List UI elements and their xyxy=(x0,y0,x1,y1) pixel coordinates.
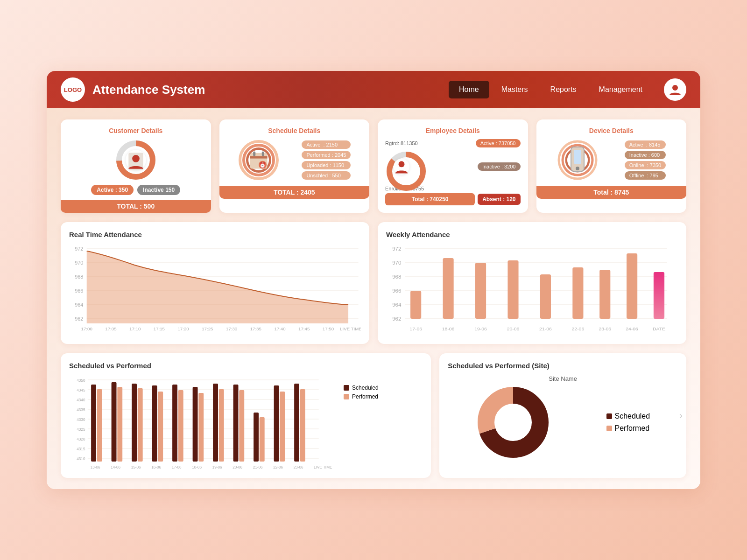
svg-text:20-06: 20-06 xyxy=(233,465,242,469)
svg-text:4320: 4320 xyxy=(77,437,85,441)
site-chart-title: Scheduled vs Performed (Site) xyxy=(448,362,678,370)
svg-point-24 xyxy=(576,167,579,170)
main-content: Customer Details xyxy=(47,108,700,489)
svg-point-134 xyxy=(495,405,531,440)
svg-text:17:00: 17:00 xyxy=(81,327,92,331)
svg-rect-64 xyxy=(507,260,518,319)
bottom-row: Scheduled vs Performed 4350 4345 4340 43… xyxy=(61,353,686,478)
customer-donut xyxy=(115,139,157,181)
schedule-stat-uploaded: Uploaded : 1150 xyxy=(302,161,351,169)
device-body: Active : 8145 Inactive : 600 Online : 73… xyxy=(544,139,679,181)
site-legend-scheduled-dot xyxy=(606,413,612,419)
svg-point-0 xyxy=(672,85,678,91)
site-donut-title: Site Name xyxy=(448,375,678,382)
svg-text:17:10: 17:10 xyxy=(129,327,141,331)
nav-home[interactable]: Home xyxy=(449,81,489,98)
customer-inactive-badge: Inactive 150 xyxy=(137,185,180,195)
schedule-total: TOTAL : 2405 xyxy=(219,186,370,199)
svg-rect-111 xyxy=(219,389,224,462)
nav-management[interactable]: Management xyxy=(589,81,653,98)
schedule-icon: ⏰ xyxy=(248,150,269,170)
svg-rect-114 xyxy=(254,413,259,462)
site-chart-card: Scheduled vs Performed (Site) Site Name xyxy=(439,353,686,478)
svg-rect-11 xyxy=(253,151,255,156)
svg-text:966: 966 xyxy=(392,288,401,294)
summary-cards: Customer Details xyxy=(61,119,686,213)
svg-rect-70 xyxy=(654,272,664,319)
employee-inactive-pill: Inactive : 3200 xyxy=(478,162,521,171)
svg-text:4325: 4325 xyxy=(77,427,85,432)
employee-card: Employee Details Rgtrd: 811350 Active : … xyxy=(378,119,528,213)
customer-total: TOTAL : 500 xyxy=(61,200,211,213)
user-avatar[interactable] xyxy=(664,78,686,101)
weekly-chart-title: Weekly Attendance xyxy=(386,231,678,238)
customer-title: Customer Details xyxy=(68,127,204,134)
svg-text:LIVE TIME: LIVE TIME xyxy=(340,327,361,331)
schedule-card: Schedule Details xyxy=(219,119,370,213)
realtime-chart-area: 972 970 968 966 964 962 xyxy=(69,244,361,339)
main-nav: Home Masters Reports Management xyxy=(449,81,653,98)
svg-rect-108 xyxy=(193,387,198,462)
schedule-stat-unschled: Unschled : 550 xyxy=(302,171,351,180)
schedule-stat-performed: Performed : 2045 xyxy=(302,151,351,159)
customer-badges: Active : 350 Inactive 150 xyxy=(68,185,204,195)
svg-text:19-06: 19-06 xyxy=(474,327,487,331)
svg-rect-110 xyxy=(213,384,218,462)
svg-text:16-06: 16-06 xyxy=(151,465,161,469)
svg-text:4340: 4340 xyxy=(77,398,85,402)
svg-text:18-06: 18-06 xyxy=(442,327,455,331)
svg-rect-119 xyxy=(300,389,305,462)
svg-text:17:50: 17:50 xyxy=(323,327,334,331)
customer-card: Customer Details xyxy=(61,119,211,213)
svg-text:18-06: 18-06 xyxy=(192,465,202,469)
svg-rect-105 xyxy=(158,392,163,462)
schedule-stats: Active : 2150 Performed : 2045 Uploaded … xyxy=(302,140,351,180)
header: LOGO Attendance System Home Masters Repo… xyxy=(47,71,700,108)
svg-text:970: 970 xyxy=(75,260,83,266)
svg-rect-61 xyxy=(410,291,421,319)
svg-rect-116 xyxy=(274,385,279,462)
schedule-title: Schedule Details xyxy=(227,127,362,134)
site-legend-performed-dot xyxy=(606,426,612,431)
svg-rect-12 xyxy=(262,151,264,156)
svg-rect-107 xyxy=(178,390,183,462)
svg-rect-98 xyxy=(91,385,96,462)
svg-text:17:35: 17:35 xyxy=(250,327,261,331)
svg-text:19-06: 19-06 xyxy=(212,465,222,469)
svg-text:962: 962 xyxy=(75,316,83,322)
charts-row-1: Real Time Attendance 972 970 968 966 964… xyxy=(61,222,686,344)
device-icon xyxy=(567,150,588,170)
site-legend-performed: Performed xyxy=(606,424,650,433)
svg-rect-99 xyxy=(97,389,102,462)
svg-text:⏰: ⏰ xyxy=(259,162,266,168)
svg-text:LIVE TIME: LIVE TIME xyxy=(314,465,332,469)
svg-text:4315: 4315 xyxy=(77,447,85,451)
svg-text:23-06: 23-06 xyxy=(294,465,303,469)
svg-rect-101 xyxy=(117,387,122,462)
svg-text:17:25: 17:25 xyxy=(202,327,213,331)
nav-masters[interactable]: Masters xyxy=(491,81,538,98)
site-donut xyxy=(476,385,550,460)
site-legend-scheduled: Scheduled xyxy=(606,412,650,420)
site-chart-body: Scheduled Performed xyxy=(448,385,678,460)
svg-text:17:30: 17:30 xyxy=(226,327,237,331)
svg-text:4335: 4335 xyxy=(77,407,85,412)
customer-body xyxy=(68,139,204,181)
svg-text:23-06: 23-06 xyxy=(599,327,611,331)
svg-text:20-06: 20-06 xyxy=(507,327,520,331)
schedule-body: ⏰ Active : 2150 Performed : 2045 Uploade… xyxy=(227,139,362,181)
svg-rect-66 xyxy=(572,267,583,319)
legend-performed: Performed xyxy=(344,393,379,400)
device-active: Active : 8145 xyxy=(625,140,666,149)
svg-text:15-06: 15-06 xyxy=(131,465,141,469)
realtime-chart-card: Real Time Attendance 972 970 968 966 964… xyxy=(61,222,369,344)
site-chart-next-arrow[interactable]: › xyxy=(679,410,683,422)
nav-reports[interactable]: Reports xyxy=(540,81,587,98)
logo: LOGO xyxy=(61,77,85,102)
svg-rect-112 xyxy=(233,385,239,462)
svg-text:968: 968 xyxy=(75,274,83,280)
svg-rect-62 xyxy=(443,258,454,319)
employee-icon xyxy=(394,159,409,175)
customer-active-badge: Active : 350 xyxy=(91,185,134,195)
svg-rect-117 xyxy=(280,392,285,462)
